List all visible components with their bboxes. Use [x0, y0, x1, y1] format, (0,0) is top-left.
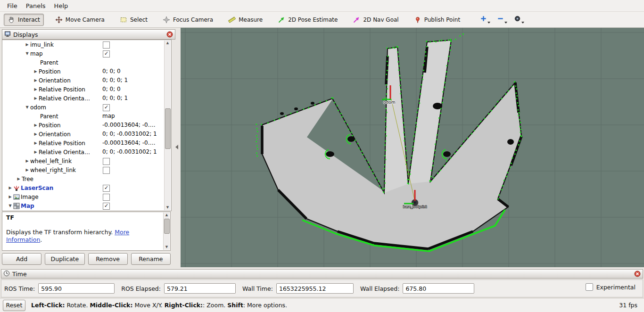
time-field-input[interactable]	[276, 283, 354, 294]
enable-checkbox[interactable]	[103, 158, 110, 165]
tree-row-relative-orienta[interactable]: ▶Relative Orienta…0; 0; 0; 1	[2, 94, 171, 103]
hint-key: Right-Click:	[165, 302, 203, 309]
tree-row-label: Parent	[40, 113, 58, 120]
expand-arrow-icon[interactable]: ▶	[33, 87, 39, 91]
reset-button[interactable]: Reset	[3, 300, 25, 311]
tool-focus-camera[interactable]: Focus Camera	[159, 14, 217, 26]
expand-arrow-icon[interactable]: ▶	[33, 150, 39, 154]
tree-row-orientation[interactable]: ▶Orientation0; 0; -0.0031002; 1	[2, 130, 171, 139]
enable-checkbox[interactable]	[103, 194, 110, 201]
tree-row-value[interactable]: 0; 0; 0	[102, 85, 121, 94]
tree-row-image[interactable]: ▶Image	[2, 192, 171, 201]
tree-row-value[interactable]: -0.00013604; -0….	[102, 139, 156, 148]
tree-row-value[interactable]: map	[102, 112, 115, 121]
enable-checkbox[interactable]: ✓	[103, 104, 110, 111]
add-button[interactable]: Add	[2, 253, 41, 265]
expand-arrow-icon[interactable]: ▶	[24, 159, 30, 163]
tree-row-map[interactable]: ▼map✓	[2, 49, 171, 58]
tree-row-label: LaserScan	[21, 185, 53, 191]
scroll-up-icon[interactable]: ▲	[165, 41, 171, 46]
scroll-up-icon[interactable]: ▲	[164, 213, 170, 218]
enable-checkbox[interactable]	[103, 167, 110, 174]
remove-button[interactable]: Remove	[88, 253, 128, 265]
expand-arrow-icon[interactable]: ▶	[24, 168, 30, 172]
tree-row-label: Relative Position	[39, 140, 85, 147]
expand-arrow-icon[interactable]: ▼	[24, 105, 30, 109]
tool-interact[interactable]: Interact	[4, 14, 44, 26]
description-scrollbar[interactable]: ▲ ▼	[163, 213, 170, 250]
tool-publish-point[interactable]: Publish Point	[410, 14, 464, 26]
tree-scrollbar-thumb[interactable]	[165, 108, 171, 149]
tree-row-laserscan[interactable]: ▶LaserScan✓	[2, 183, 171, 192]
tree-row-orientation[interactable]: ▶Orientation0; 0; 0; 1	[2, 76, 171, 85]
chevron-down-icon[interactable]	[504, 22, 507, 24]
add-tool-button[interactable]	[479, 14, 491, 25]
chevron-down-icon[interactable]	[487, 22, 490, 24]
enable-checkbox[interactable]: ✓	[103, 185, 110, 192]
remove-tool-button[interactable]	[496, 14, 508, 25]
tool-options-button[interactable]	[513, 14, 525, 25]
experimental-checkbox[interactable]	[586, 283, 593, 291]
tree-row-relative-position[interactable]: ▶Relative Position-0.00013604; -0….	[2, 139, 171, 148]
time-panel-header[interactable]: Time	[1, 269, 643, 279]
tree-row-value[interactable]: -0.00013604; -0….	[102, 121, 156, 130]
tool-2d-pose-estimate[interactable]: 2D Pose Estimate	[274, 14, 341, 26]
hint-key: Left-Click:	[31, 302, 65, 309]
displays-close-button[interactable]	[166, 31, 173, 38]
scroll-down-icon[interactable]: ▼	[164, 245, 170, 250]
scroll-down-icon[interactable]: ▼	[165, 205, 171, 210]
expand-arrow-icon[interactable]: ▶	[7, 195, 13, 199]
expand-arrow-icon[interactable]: ▶	[33, 132, 39, 136]
menu-item-file[interactable]: File	[3, 1, 22, 11]
tool-measure[interactable]: Measure	[224, 14, 266, 26]
tool-select[interactable]: Select	[116, 14, 151, 26]
expand-arrow-icon[interactable]: ▶	[33, 69, 39, 74]
expand-arrow-icon[interactable]: ▶	[7, 186, 13, 190]
tree-row-label: Relative Position	[39, 86, 85, 93]
tree-row-position[interactable]: ▶Position-0.00013604; -0….	[2, 121, 171, 130]
tree-row-value[interactable]: 0; 0; -0.0031002; 1	[102, 148, 157, 156]
expand-arrow-icon[interactable]: ▶	[33, 141, 39, 145]
expand-arrow-icon[interactable]: ▶	[24, 42, 30, 47]
expand-arrow-icon[interactable]: ▶	[16, 177, 22, 181]
tree-row-relative-position[interactable]: ▶Relative Position0; 0; 0	[2, 85, 171, 94]
tree-row-imu-link[interactable]: ▶imu_link	[2, 40, 171, 49]
time-close-button[interactable]	[634, 271, 641, 277]
time-field-input[interactable]	[164, 283, 236, 294]
tree-row-map[interactable]: ▼Map✓	[2, 201, 171, 210]
description-scrollbar-thumb[interactable]	[164, 219, 170, 234]
tree-row-position[interactable]: ▶Position0; 0; 0	[2, 67, 171, 76]
expand-arrow-icon[interactable]: ▶	[33, 96, 39, 100]
expand-arrow-icon[interactable]: ▶	[33, 78, 39, 82]
enable-checkbox[interactable]: ✓	[103, 203, 110, 210]
tool-2d-nav-goal[interactable]: 2D Nav Goal	[349, 14, 402, 26]
expand-arrow-icon[interactable]: ▼	[24, 51, 30, 56]
expand-arrow-icon[interactable]: ▼	[7, 204, 13, 208]
time-field-input[interactable]	[403, 283, 474, 294]
chevron-down-icon[interactable]	[521, 22, 524, 24]
displays-panel-header[interactable]: Displays	[2, 29, 175, 40]
tree-row-wheel-right-link[interactable]: ▶wheel_right_link	[2, 165, 171, 174]
menu-item-panels[interactable]: Panels	[22, 1, 50, 11]
3d-viewport[interactable]: odombase_footprint	[181, 28, 644, 267]
tree-row-parent[interactable]: Parent	[2, 58, 171, 67]
tree-row-wheel-left-link[interactable]: ▶wheel_left_link	[2, 156, 171, 165]
panel-collapse-handle[interactable]	[174, 143, 180, 151]
menu-item-help[interactable]: Help	[50, 1, 73, 11]
tree-row-value[interactable]: 0; 0; 0; 1	[102, 76, 128, 85]
tree-row-odom[interactable]: ▼odom✓	[2, 103, 171, 112]
tree-row-parent[interactable]: Parentmap	[2, 112, 171, 121]
enable-checkbox[interactable]	[103, 41, 110, 49]
rename-button[interactable]: Rename	[131, 253, 171, 265]
time-field-input[interactable]	[38, 283, 115, 294]
tool-move-camera[interactable]: Move Camera	[51, 14, 108, 26]
expand-arrow-icon[interactable]: ▶	[33, 123, 39, 127]
tree-row-tree[interactable]: ▶Tree	[2, 174, 171, 183]
tree-scrollbar[interactable]: ▲ ▼	[164, 41, 171, 210]
tree-row-value[interactable]: 0; 0; 0	[102, 67, 121, 76]
tree-row-value[interactable]: 0; 0; -0.0031002; 1	[102, 130, 157, 139]
tree-row-relative-orienta[interactable]: ▶Relative Orienta…0; 0; -0.0031002; 1	[2, 148, 171, 156]
tree-row-value[interactable]: 0; 0; 0; 1	[102, 94, 128, 103]
duplicate-button[interactable]: Duplicate	[45, 253, 84, 265]
enable-checkbox[interactable]: ✓	[103, 50, 110, 57]
